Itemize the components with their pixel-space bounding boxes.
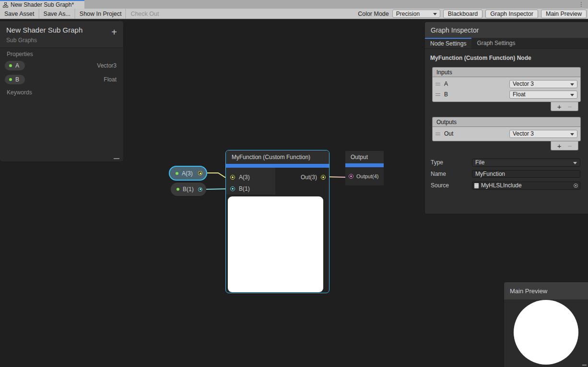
outputs-list: Outputs Out Vector 3 + − [432, 117, 581, 150]
unity-shader-graph-window: { "window": { "tab_title": "New Shader S… [0, 0, 588, 367]
custom-function-node[interactable]: MyFunction (Custom Function) A(3) B(1) O… [225, 150, 329, 293]
node-title[interactable]: Output [345, 151, 384, 163]
blackboard-panel: New Shader Sub Graph Sub Graphs + Proper… [0, 21, 124, 162]
node-inputs-column: A(3) B(1) [226, 168, 275, 195]
input-name: B [444, 91, 506, 98]
input-port-label: Output(4) [356, 173, 378, 179]
output-type-value: Vector 3 [513, 130, 534, 137]
type-label: Type [431, 159, 472, 166]
output-port-icon[interactable] [321, 175, 326, 180]
node-preview-image [228, 196, 323, 292]
preview-sphere [514, 300, 578, 365]
graph-inspector-panel: Graph Inspector Node Settings Graph Sett… [424, 22, 588, 214]
drag-handle-icon[interactable] [435, 83, 440, 85]
outputs-list-header: Outputs [432, 117, 581, 126]
input-port-icon[interactable] [349, 174, 353, 179]
input-name: A [444, 80, 506, 87]
node-preview-area [226, 195, 329, 293]
input-type-value: Float [513, 91, 526, 98]
input-type-dropdown[interactable]: Float [509, 91, 577, 99]
property-dot-icon [176, 172, 178, 175]
dropdown-arrow-icon [573, 162, 577, 164]
properties-section-label: Properties [0, 48, 123, 58]
show-in-project-button[interactable]: Show In Project [75, 9, 126, 19]
property-name: B [15, 76, 19, 83]
output-port-label: Out(3) [301, 174, 317, 181]
source-row: Source MyHLSLInclude [431, 181, 580, 190]
window-tab-bar: New Shader Sub Graph* ⋮ [0, 0, 588, 9]
source-object-field[interactable]: MyHLSLInclude [472, 182, 580, 190]
property-node-label: A(3) [182, 170, 193, 177]
add-output-button[interactable]: + [557, 142, 562, 149]
blackboard-subtitle: Sub Graphs [6, 37, 118, 44]
property-node-a[interactable]: A(3) [169, 166, 207, 181]
property-node-label: B(1) [183, 186, 194, 193]
remove-output-button: − [567, 142, 572, 149]
add-property-button[interactable]: + [111, 28, 117, 36]
inputs-list-header: Inputs [432, 67, 581, 77]
output-port-icon[interactable] [198, 171, 202, 175]
blackboard-resize-handle[interactable] [114, 158, 119, 159]
output-node[interactable]: Output Output(4) [345, 151, 384, 185]
source-value: MyHLSLInclude [481, 182, 522, 189]
node-precision-bar [345, 163, 384, 167]
color-mode-value: Precision [396, 11, 420, 17]
tab-new-shader-sub-graph[interactable]: New Shader Sub Graph* [0, 0, 84, 9]
color-mode-label: Color Mode [358, 11, 389, 17]
dropdown-arrow-icon [570, 83, 574, 86]
input-port-label: B(1) [239, 185, 250, 192]
property-dot-icon [176, 188, 179, 191]
check-out-button: Check Out [126, 9, 163, 19]
input-port-icon[interactable] [230, 175, 235, 180]
shader-graph-icon [3, 2, 8, 8]
remove-input-button: − [567, 103, 572, 110]
property-name: A [15, 62, 19, 69]
tab-graph-settings[interactable]: Graph Settings [471, 38, 520, 48]
property-row-a[interactable]: A Vector3 [0, 58, 123, 72]
drag-handle-icon[interactable] [435, 93, 440, 96]
property-row-b[interactable]: B Float [0, 72, 123, 86]
save-asset-button[interactable]: Save Asset [0, 9, 39, 19]
property-pill[interactable]: A [5, 61, 25, 70]
input-type-dropdown[interactable]: Vector 3 [509, 80, 577, 88]
tab-node-settings[interactable]: Node Settings [425, 38, 471, 48]
drag-handle-icon[interactable] [435, 133, 440, 135]
object-picker-icon[interactable] [574, 184, 578, 188]
save-as-button[interactable]: Save As... [39, 9, 75, 19]
inputs-list-footer: + − [432, 102, 578, 111]
type-row: Type File [431, 158, 580, 167]
property-node-b[interactable]: B(1) [171, 183, 206, 196]
graph-inspector-toggle-button[interactable]: Graph Inspector [485, 10, 538, 18]
property-type: Float [104, 76, 117, 83]
outputs-list-row: Out Vector 3 [435, 128, 577, 139]
inputs-list: Inputs A Vector 3 B Float + [432, 67, 581, 111]
window-menu-icon[interactable]: ⋮ [578, 0, 584, 8]
file-icon [474, 183, 479, 188]
color-mode-dropdown[interactable]: Precision [392, 10, 440, 18]
inputs-list-row: B Float [435, 89, 577, 100]
main-preview-toggle-button[interactable]: Main Preview [541, 10, 587, 18]
input-port-row: A(3) [226, 172, 275, 183]
input-type-value: Vector 3 [513, 80, 534, 87]
main-preview-panel: Main Preview [504, 282, 588, 367]
main-preview-resize-handle[interactable] [582, 365, 587, 366]
node-title[interactable]: MyFunction (Custom Function) [226, 150, 329, 164]
output-type-dropdown[interactable]: Vector 3 [509, 130, 577, 138]
blackboard-toggle-button[interactable]: Blackboard [443, 10, 483, 18]
inputs-list-body: A Vector 3 B Float [432, 77, 581, 102]
main-preview-title[interactable]: Main Preview [504, 282, 588, 299]
node-outputs-column: Out(3) [275, 168, 329, 195]
property-pill[interactable]: B [5, 75, 25, 84]
source-label: Source [431, 182, 472, 189]
add-input-button[interactable]: + [557, 103, 562, 110]
property-type: Vector3 [97, 62, 117, 69]
type-dropdown[interactable]: File [472, 159, 580, 167]
outputs-list-body: Out Vector 3 [432, 126, 581, 141]
name-label: Name [431, 171, 472, 177]
input-port-icon[interactable] [230, 186, 235, 191]
name-field[interactable]: MyFunction [472, 170, 580, 178]
property-dot-icon [9, 64, 12, 67]
input-port-row: B(1) [226, 183, 275, 195]
output-port-icon[interactable] [198, 187, 202, 192]
input-port-label: A(3) [239, 174, 250, 181]
